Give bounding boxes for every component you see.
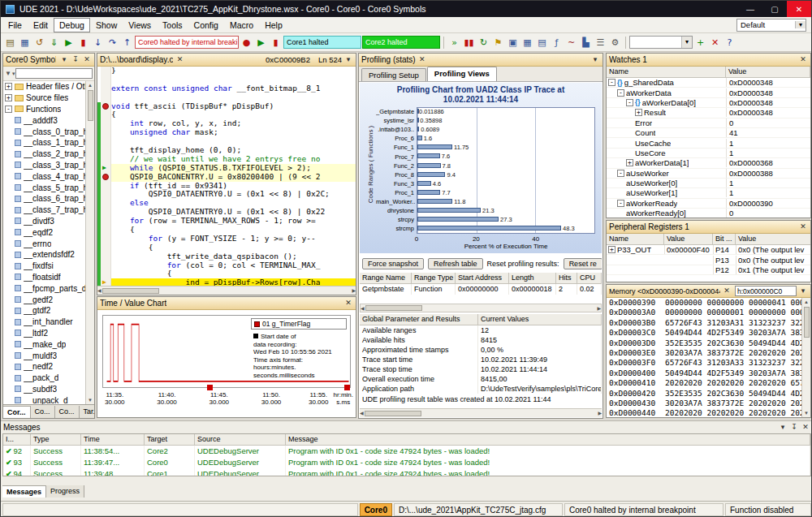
- symbols-bottom-tab[interactable]: Tar...: [80, 406, 95, 418]
- name-column-header[interactable]: Name: [607, 67, 726, 77]
- code-line[interactable]: QSPI0_DATAENTRY0.U = (0x1 << 8) | 0x22: [97, 208, 356, 217]
- watch-row[interactable]: +aWorkerData[1]0xD0000368: [607, 158, 810, 168]
- column-header[interactable]: Range Name: [360, 273, 412, 284]
- memory-row[interactable]: 0xD00003C050494D44 4D2F5349 30203A7A 383…: [607, 328, 801, 338]
- code-line[interactable]: tft_write_data_qspibacon ();: [97, 252, 356, 261]
- gutter[interactable]: [101, 182, 111, 191]
- table-row[interactable]: Available hits8415: [360, 335, 602, 345]
- open-workspace-icon[interactable]: ▤: [3, 36, 17, 50]
- memory-row[interactable]: 0xD000041020202020 20202020 20202020 657…: [607, 378, 801, 388]
- download-program-icon[interactable]: ⇓: [47, 36, 61, 50]
- close-icon[interactable]: ✕: [801, 423, 810, 433]
- scroll-left-icon[interactable]: ◀: [361, 304, 365, 312]
- symbols-bottom-tab[interactable]: Co...: [31, 406, 55, 418]
- collapse-icon[interactable]: -: [626, 99, 633, 106]
- scroll-up-icon[interactable]: ▲: [804, 298, 809, 306]
- code-line[interactable]: for (y = FONT_YSIZE - 1; y >= 0; y--: [97, 235, 356, 243]
- memory-row[interactable]: 0xD000039000000000 00000000 00000041 000…: [607, 298, 801, 308]
- chevron-down-icon[interactable]: ▾: [795, 21, 806, 28]
- register-window-icon[interactable]: ▤: [535, 36, 549, 50]
- column-header[interactable]: Global Parameter and Results: [360, 314, 478, 325]
- profiling-dropdown-icon[interactable]: ▾: [590, 55, 600, 65]
- collapse-icon[interactable]: -: [5, 106, 12, 113]
- memory-row[interactable]: 0xD000044020202020 20202020 20202020 202…: [607, 408, 801, 417]
- scroll-thumb[interactable]: [88, 90, 93, 121]
- symbols-tree-item[interactable]: +Header files / Other: [3, 81, 85, 93]
- menu-tools[interactable]: Tools: [157, 18, 188, 32]
- halt-all-icon[interactable]: ▮▮: [462, 36, 476, 50]
- code-line[interactable]: {: [97, 226, 356, 235]
- code-line[interactable]: else: [97, 199, 356, 208]
- gutter[interactable]: ▶: [101, 164, 111, 173]
- symbols-tree-item[interactable]: __gedf2: [3, 294, 85, 305]
- symbols-tree-item[interactable]: __floatsidf: [3, 272, 85, 283]
- halt-core1-icon[interactable]: ▮: [269, 36, 283, 50]
- table-row[interactable]: Trace stop time10.02.2021 11:44:14: [360, 364, 602, 374]
- symbols-bottom-tab[interactable]: Co...: [55, 406, 80, 418]
- code-line[interactable]: {: [97, 243, 356, 252]
- run-core1-icon[interactable]: ▶: [254, 36, 268, 50]
- time-cursor-handle[interactable]: [344, 385, 350, 390]
- panel-menu-icon[interactable]: ▾: [59, 55, 69, 65]
- close-icon[interactable]: ✕: [798, 55, 808, 65]
- editor-horizontal-scrollbar[interactable]: ◀ ▶: [97, 286, 356, 295]
- column-header[interactable]: CPU: [577, 273, 602, 284]
- watch-row[interactable]: aUseWorker[0]1: [607, 179, 810, 188]
- symbols-tree-item[interactable]: __fixdfsi: [3, 261, 85, 272]
- symbols-tree-item[interactable]: __gtdf2: [3, 305, 85, 317]
- watch-row[interactable]: +Result0xD0000348: [607, 108, 810, 118]
- collapse-icon[interactable]: -: [617, 170, 624, 177]
- menu-debug[interactable]: Debug: [54, 18, 90, 32]
- memory-row[interactable]: 0xD000040050494D44 4D2F5349 30203A7A 383…: [607, 368, 801, 378]
- gutter[interactable]: [101, 190, 111, 199]
- table-row[interactable]: Approximated time stamps0,00 %: [360, 345, 602, 355]
- expand-icon[interactable]: +: [5, 83, 12, 90]
- symbols-tree-item[interactable]: __int_handler: [3, 317, 85, 328]
- menu-file[interactable]: File: [2, 18, 28, 32]
- code-line[interactable]: }: [97, 67, 356, 75]
- symbols-tree-item[interactable]: __class_6_trap_h: [3, 193, 85, 205]
- step-over-icon[interactable]: ↷: [106, 36, 119, 50]
- code-line[interactable]: [97, 75, 356, 84]
- messages-window-icon[interactable]: ☰: [594, 36, 607, 50]
- step-out-icon[interactable]: ↑: [120, 36, 134, 50]
- run-all-icon[interactable]: »: [447, 36, 461, 50]
- gutter[interactable]: [101, 208, 111, 217]
- expand-icon[interactable]: +: [608, 246, 615, 253]
- reset-target-icon[interactable]: ↺: [32, 36, 46, 50]
- close-icon[interactable]: ✕: [343, 299, 353, 308]
- symbols-tree-item[interactable]: __class_7_trap_h: [3, 205, 85, 216]
- gutter[interactable]: [101, 75, 111, 84]
- editor-dropdown-icon[interactable]: ▾: [343, 55, 353, 65]
- code-line[interactable]: QSPI0_BACONENTRY.U = 0x80200400 | (9 << …: [97, 173, 356, 182]
- profiling-button[interactable]: Force snapshot: [362, 258, 424, 269]
- breakpoints-icon[interactable]: ●: [240, 36, 253, 50]
- scroll-left-icon[interactable]: ◀: [97, 287, 102, 295]
- gutter[interactable]: [101, 67, 111, 75]
- messages-tab-messages[interactable]: Messages: [2, 485, 46, 498]
- code-line[interactable]: if (tft_id == 0x9341): [97, 182, 356, 191]
- scroll-right-icon[interactable]: ▶: [597, 304, 601, 312]
- scroll-thumb[interactable]: [102, 288, 159, 294]
- gutter[interactable]: [101, 137, 111, 146]
- expand-icon[interactable]: +: [635, 109, 642, 116]
- remove-icon[interactable]: ✕: [708, 36, 722, 50]
- memory-dump[interactable]: 0xD000039000000000 00000000 00000041 000…: [607, 298, 801, 417]
- profiling-tab[interactable]: Profiling Views: [427, 67, 497, 81]
- messages-tab-progress[interactable]: Progress: [46, 485, 84, 498]
- symbols-tree-item[interactable]: __class_4_trap_h: [3, 170, 85, 182]
- gutter[interactable]: [101, 235, 111, 243]
- close-icon[interactable]: ✕: [417, 55, 427, 65]
- gutter[interactable]: [101, 252, 111, 261]
- symbols-tree-item[interactable]: __nedf2: [3, 361, 85, 373]
- memory-row[interactable]: 0xD00003B065726F43 31203A31 31323237 322…: [607, 318, 801, 328]
- watch-row[interactable]: -aWorkerReady0xD0000390: [607, 199, 810, 209]
- symbols-scrollbar[interactable]: ▲ ▼: [85, 81, 94, 404]
- profiling-button[interactable]: Refresh table: [428, 258, 483, 269]
- symbols-window-icon[interactable]: ƒ: [550, 36, 564, 50]
- filter-dropdown-icon[interactable]: ▾: [12, 71, 15, 77]
- gutter[interactable]: [101, 261, 111, 270]
- scroll-thumb[interactable]: [804, 307, 810, 338]
- gutter[interactable]: [101, 146, 111, 155]
- memory-window-icon[interactable]: ▦: [520, 36, 534, 50]
